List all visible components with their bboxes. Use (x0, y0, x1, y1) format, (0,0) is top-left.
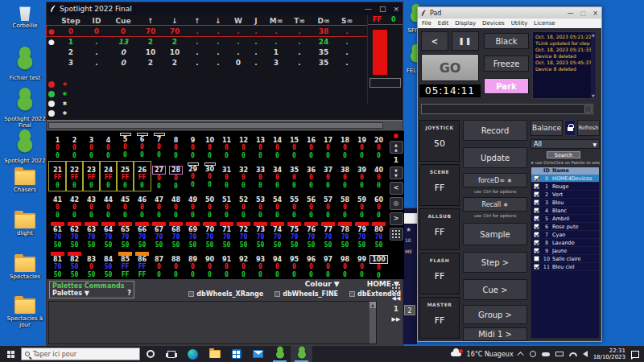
pad-command-input[interactable] (421, 104, 593, 114)
channel-cell-96[interactable]: 9600 (303, 251, 320, 280)
taskbar-app-mail[interactable] (247, 346, 269, 362)
channel-cell-57[interactable]: 5700 (320, 191, 336, 220)
taskbar-search-input[interactable]: Taper ici pour (21, 348, 140, 360)
menu-item-display[interactable]: Display (455, 20, 476, 27)
device-row-ambre[interactable]: 5Ambré (531, 215, 599, 223)
channel-cell-89[interactable]: 8900 (184, 251, 201, 280)
device-row-cyan[interactable]: 7Cyan (531, 231, 599, 239)
next-button[interactable]: > (390, 212, 403, 225)
desktop-icon-spotlight-2022[interactable]: Spotlight 2022 (3, 129, 47, 164)
page-up-button[interactable]: ▲▲ (390, 141, 403, 154)
colour-dropdown[interactable]: Colour ▼ (305, 280, 340, 288)
channel-cell-85[interactable]: 85FFFF (117, 251, 134, 280)
lock-icon[interactable] (564, 120, 576, 136)
desktop-icon-dlight[interactable]: dlight (3, 210, 47, 237)
device-checkbox[interactable] (534, 191, 539, 197)
maximize-icon[interactable]: □ (580, 10, 587, 17)
device-checkbox[interactable] (534, 175, 539, 181)
taskbar-app-store[interactable] (225, 346, 247, 362)
step--button[interactable]: Step > (463, 252, 527, 273)
channel-cell-54[interactable]: 5400 (269, 191, 286, 220)
channel-cell-79[interactable]: 797050 (353, 221, 370, 250)
desktop-icon-chasers[interactable]: Chasers (3, 167, 47, 193)
tray-expand-icon[interactable] (517, 352, 523, 358)
channel-cell-67[interactable]: 677050 (151, 221, 167, 250)
channel-cell-7[interactable]: 700 (151, 132, 167, 161)
black-button[interactable]: Black (484, 33, 529, 49)
device-checkbox[interactable] (534, 240, 539, 245)
palette-option-dbwheels-fine[interactable]: dbWheels_FINE (275, 290, 338, 298)
channel-cell-2[interactable]: 200 (66, 132, 83, 161)
channel-cell-95[interactable]: 9500 (286, 251, 303, 280)
main-titlebar[interactable]: Spotlight 2022 Final — □ × (47, 2, 402, 15)
channel-cell-71[interactable]: 717050 (218, 221, 235, 250)
close-icon[interactable]: × (592, 10, 598, 17)
channel-cell-32[interactable]: 3200 (235, 162, 252, 191)
channel-cell-21[interactable]: 21FF0 (49, 162, 66, 191)
device-row-salle-claire[interactable]: 10Salle claire (531, 255, 599, 263)
fader-master[interactable]: MASTERFF (419, 297, 460, 339)
checkbox-icon[interactable] (275, 291, 280, 297)
checkbox-icon[interactable] (188, 291, 194, 297)
channel-cell-20[interactable]: 2000 (370, 132, 387, 161)
channel-cell-76[interactable]: 767050 (303, 221, 320, 250)
taskbar-app-spotlight[interactable] (291, 346, 312, 362)
channel-cell-56[interactable]: 5600 (303, 191, 320, 220)
channel-cell-93[interactable]: 9300 (252, 251, 269, 280)
device-checkbox[interactable] (534, 256, 539, 261)
channel-cell-10[interactable]: 1000 (201, 132, 218, 161)
channel-cell-30[interactable]: 3000 (201, 162, 218, 191)
taskbar-app-explorer[interactable] (204, 346, 225, 362)
channel-cell-41[interactable]: 4100 (49, 191, 66, 220)
menu-item-utility[interactable]: Utility (511, 20, 528, 27)
device-row-vert[interactable]: 2Vert (531, 191, 599, 199)
fader-joystick[interactable]: JOYSTICK50 (419, 120, 460, 162)
channel-cell-55[interactable]: 5500 (286, 191, 303, 220)
refresh-button[interactable]: Refresh (577, 120, 600, 136)
pad-titlebar[interactable]: Pad — □ × (418, 7, 601, 19)
palettes-dropdown[interactable]: Palettes ▼ (52, 290, 89, 297)
desktop-icon-spectacles[interactable]: Spectacles (3, 253, 47, 280)
device-checkbox[interactable] (534, 216, 539, 221)
fader-allsub[interactable]: ALLSUBFF (419, 208, 460, 250)
channel-cell-40[interactable]: 4000 (370, 162, 387, 191)
channel-cell-17[interactable]: 1700 (320, 132, 336, 161)
channel-cell-64[interactable]: 647050 (100, 221, 117, 250)
channel-cell-43[interactable]: 4300 (83, 191, 100, 220)
update-button[interactable]: Update (463, 147, 527, 168)
taskbar-clock[interactable]: 22:31 18/10/2023 (593, 348, 625, 360)
device-checkbox[interactable] (534, 208, 539, 213)
channel-cell-81[interactable]: 817050 (49, 251, 66, 280)
channel-cell-87[interactable]: 8700 (151, 251, 167, 280)
channel-cell-14[interactable]: 1400 (269, 132, 286, 161)
tray-app-icon[interactable] (530, 351, 536, 357)
device-row-rose-pute[interactable]: 6Rose pute (531, 223, 599, 231)
channel-cell-63[interactable]: 637050 (83, 221, 100, 250)
channel-cell-69[interactable]: 697050 (184, 221, 201, 250)
volume-icon[interactable] (583, 351, 588, 357)
channel-cell-62[interactable]: 627050 (66, 221, 83, 250)
menu-item-license[interactable]: License (534, 20, 555, 27)
sample-button[interactable]: Sample (463, 223, 527, 245)
command-scrollbar[interactable]: ▲ (369, 302, 376, 343)
midi-1--button[interactable]: Midi 1 > (463, 327, 527, 341)
palette-option-dbwheels-xrange[interactable]: dbWheels_XRange (188, 290, 263, 298)
channel-cell-59[interactable]: 5900 (353, 191, 370, 220)
device-checkbox[interactable] (534, 200, 539, 205)
channel-cell-86[interactable]: 86FFFF (134, 251, 151, 280)
channel-cell-36[interactable]: 3600 (303, 162, 320, 191)
channel-cell-11[interactable]: 1100 (218, 132, 235, 161)
channel-cell-72[interactable]: 727050 (235, 221, 252, 250)
device-row-rouge[interactable]: 1Rouge (531, 183, 599, 191)
channel-cell-31[interactable]: 3100 (218, 162, 235, 191)
channel-cell-50[interactable]: 5000 (201, 191, 218, 220)
channel-cell-12[interactable]: 1200 (235, 132, 252, 161)
channel-cell-73[interactable]: 737050 (252, 221, 269, 250)
maximize-icon[interactable]: □ (379, 6, 386, 13)
channel-cell-70[interactable]: 707050 (201, 221, 218, 250)
weather-temp[interactable]: 16°C (467, 351, 483, 358)
weather-text[interactable]: Nuageux (485, 351, 514, 358)
channel-cell-60[interactable]: 6000 (370, 191, 387, 220)
input-option-button[interactable] (584, 105, 592, 113)
channel-cell-88[interactable]: 8800 (167, 251, 184, 280)
